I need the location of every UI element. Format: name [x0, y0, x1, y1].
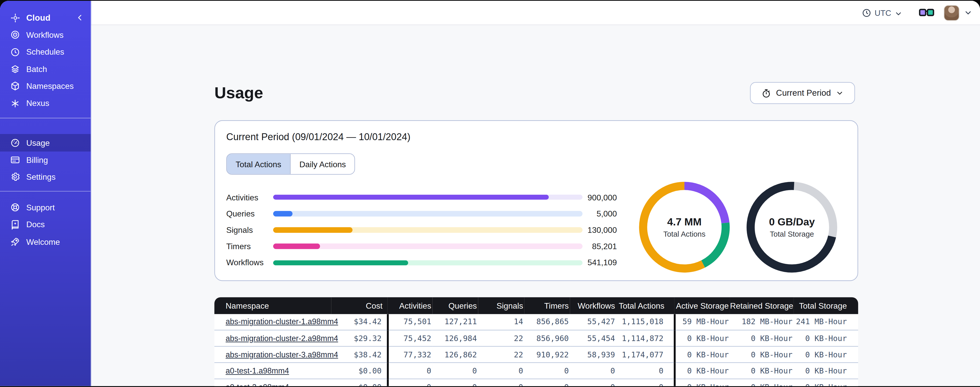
sidebar-item-batch[interactable]: Batch — [0, 61, 91, 78]
chevron-down-icon — [836, 89, 844, 97]
timezone-label: UTC — [875, 8, 891, 18]
bar-fill — [273, 260, 408, 265]
value-cell: 0 KB-Hour — [675, 347, 730, 363]
usage-bar-row: Activities900,000 — [226, 189, 617, 205]
namespace-cell: abs-migration-cluster-3.a98mm4 — [214, 347, 331, 363]
value-cell: 22 — [478, 330, 524, 347]
value-cell: 0 — [570, 379, 616, 386]
user-menu-chevron-icon[interactable] — [964, 8, 972, 17]
bar-track — [273, 227, 582, 233]
column-header: Queries — [433, 297, 478, 314]
table-row: a0-test-2.a98mm4$0.000000000 KB-Hour0 KB… — [214, 379, 858, 386]
sidebar-item-nexus[interactable]: Nexus — [0, 95, 91, 112]
value-cell: 55,454 — [570, 330, 616, 347]
page-title: Usage — [214, 83, 263, 103]
bar-value: 5,000 — [582, 209, 617, 219]
sidebar-item-usage[interactable]: Usage — [0, 134, 91, 151]
bar-value: 541,109 — [582, 258, 617, 267]
tab-daily-actions[interactable]: Daily Actions — [290, 154, 355, 174]
sidebar-item-workflows[interactable]: Workflows — [0, 27, 91, 44]
value-cell: 127,211 — [433, 314, 478, 330]
usage-bar-row: Timers85,201 — [226, 238, 617, 254]
nerd-glasses-icon[interactable] — [919, 7, 934, 18]
timezone-selector[interactable]: UTC — [862, 8, 903, 18]
value-cell: 0 — [387, 379, 432, 386]
namespace-link[interactable]: abs-migration-cluster-2.a98mm4 — [226, 334, 338, 342]
value-cell: 0 KB-Hour — [794, 363, 858, 379]
bar-track — [273, 195, 582, 200]
bar-value: 900,000 — [582, 193, 617, 202]
main-content: Usage Current Period Current Period (09/… — [91, 25, 980, 386]
sidebar-item-support[interactable]: Support — [0, 199, 91, 216]
asterisk-icon — [10, 98, 20, 109]
value-cell: 14 — [478, 314, 524, 330]
usage-bars: Activities900,000Queries5,000Signals130,… — [226, 189, 617, 271]
value-cell: 75,452 — [387, 330, 432, 347]
sidebar-item-label: Support — [26, 203, 55, 213]
sidebar-item-settings[interactable]: Settings — [0, 168, 91, 186]
bar-track — [273, 260, 582, 265]
bar-fill — [273, 227, 353, 233]
value-cell: 0 KB-Hour — [675, 363, 730, 379]
column-header: Workflows — [570, 297, 616, 314]
period-selector-button[interactable]: Current Period — [750, 82, 855, 104]
bar-track — [273, 244, 582, 249]
value-cell: 0 KB-Hour — [730, 363, 794, 379]
sidebar-item-namespaces[interactable]: Namespaces — [0, 78, 91, 95]
sidebar-item-billing[interactable]: Billing — [0, 151, 91, 168]
namespace-link[interactable]: a0-test-2.a98mm4 — [226, 383, 289, 386]
namespace-link[interactable]: a0-test-1.a98mm4 — [226, 366, 289, 375]
value-cell: 0 — [433, 363, 478, 379]
gauge-icon — [10, 138, 20, 148]
column-header: Active Storage — [675, 297, 730, 314]
sidebar-item-label: Welcome — [26, 237, 60, 246]
brand-label: Cloud — [26, 13, 76, 22]
sidebar-footer-nav: Support Docs Welcome — [0, 192, 91, 250]
value-cell: 0 KB-Hour — [730, 379, 794, 386]
value-cell: $0.00 — [331, 363, 388, 379]
column-header: Signals — [478, 297, 524, 314]
value-cell: 0 KB-Hour — [730, 330, 794, 347]
tab-total-actions[interactable]: Total Actions — [227, 154, 290, 174]
value-cell: 0 — [570, 363, 616, 379]
sidebar-primary-nav: Workflows Schedules Batch Namespaces Nex… — [0, 27, 91, 112]
bar-label: Timers — [226, 242, 273, 251]
value-cell: $0.00 — [331, 379, 388, 386]
bar-fill — [273, 211, 293, 216]
sidebar-item-welcome[interactable]: Welcome — [0, 233, 91, 250]
bar-label: Activities — [226, 193, 273, 202]
value-cell: 0 KB-Hour — [794, 379, 858, 386]
value-cell: 0 — [525, 363, 570, 379]
sidebar-item-label: Workflows — [26, 30, 64, 40]
total-storage-donut: 0 GB/Day Total Storage — [745, 181, 839, 274]
column-header: Cost — [331, 297, 388, 314]
app-window: Cloud Workflows Schedules Batch Namespac… — [0, 1, 980, 386]
namespace-link[interactable]: abs-migration-cluster-3.a98mm4 — [226, 350, 338, 359]
value-cell: 910,922 — [525, 347, 570, 363]
table-row: a0-test-1.a98mm4$0.000000000 KB-Hour0 KB… — [214, 363, 858, 379]
namespace-cell: a0-test-2.a98mm4 — [214, 379, 331, 386]
namespace-link[interactable]: abs-migration-cluster-1.a98mm4 — [226, 318, 338, 326]
value-cell: 0 — [433, 379, 478, 386]
sidebar-item-label: Schedules — [26, 48, 64, 57]
sidebar-item-schedules[interactable]: Schedules — [0, 44, 91, 61]
value-cell: 59 MB-Hour — [675, 314, 730, 330]
value-cell: $34.42 — [331, 314, 388, 330]
clock-icon — [862, 8, 872, 18]
column-header: Total Storage — [794, 297, 858, 314]
user-avatar[interactable] — [944, 5, 959, 21]
column-header: Timers — [525, 297, 570, 314]
sidebar-brand[interactable]: Cloud — [0, 1, 91, 26]
sidebar-item-docs[interactable]: Docs — [0, 216, 91, 233]
table-row: abs-migration-cluster-2.a98mm4$29.3275,4… — [214, 330, 858, 347]
namespace-cell: abs-migration-cluster-1.a98mm4 — [214, 314, 331, 330]
content-column: UTC Usage Current Period Current Period … — [91, 1, 980, 386]
usage-card-title: Current Period (09/01/2024 — 10/01/2024) — [226, 131, 410, 143]
usage-bar-row: Workflows541,109 — [226, 255, 617, 271]
value-cell: 856,960 — [525, 330, 570, 347]
value-cell: 0 — [616, 379, 675, 386]
book-icon — [10, 219, 20, 230]
sidebar-collapse-icon[interactable] — [75, 13, 84, 22]
sidebar-item-label: Billing — [26, 155, 48, 165]
sidebar-item-label: Batch — [26, 65, 47, 74]
